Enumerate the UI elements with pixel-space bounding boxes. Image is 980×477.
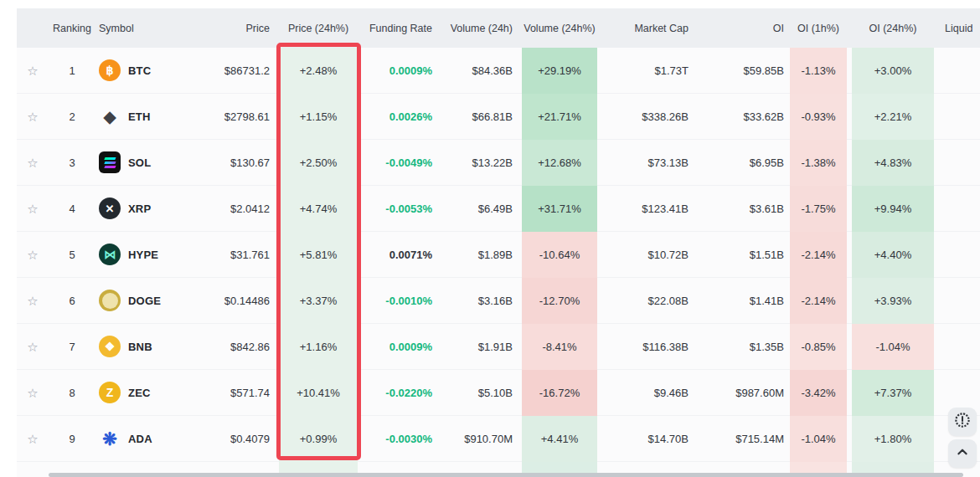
table-row[interactable]: ☆ 2 ◆ETH $2798.61 +1.15% 0.0026% $66.81B… [17, 94, 980, 140]
header-ranking[interactable]: Ranking [49, 8, 95, 48]
oi-1h-cell: -2.14% [787, 232, 849, 277]
price-cell: $2798.61 [216, 94, 276, 139]
star-icon[interactable]: ☆ [27, 110, 38, 123]
oi-cell: $33.62B [695, 94, 787, 139]
star-icon[interactable]: ☆ [27, 64, 38, 77]
ranking-cell: 4 [49, 186, 95, 231]
oi-24h-cell: -1.04% [849, 324, 936, 369]
favorite-cell: ☆ [17, 94, 49, 139]
btc-icon: ฿ [99, 59, 121, 81]
star-icon[interactable]: ☆ [27, 203, 38, 215]
liquidation-cell [936, 48, 980, 93]
oi-cell: $1.51B [695, 232, 787, 277]
header-oi-24h[interactable]: OI (24h%) [849, 8, 936, 48]
sol-icon [99, 151, 121, 173]
header-symbol[interactable]: Symbol [95, 8, 216, 48]
symbol-cell: ◆ETH [95, 94, 216, 139]
header-volume-24h-pct[interactable]: Volume (24h%) [519, 8, 600, 48]
volume-24h-pct-cell: +29.19% [519, 48, 600, 93]
table-row[interactable]: ☆ 7 ❖BNB $842.86 +1.16% 0.0009% $1.91B -… [17, 324, 980, 370]
symbol-cell: ZZEC [95, 370, 216, 415]
star-icon[interactable]: ☆ [27, 295, 38, 307]
price-cell: $86731.2 [216, 48, 276, 93]
header-funding-rate[interactable]: Funding Rate [360, 8, 436, 48]
liquidation-cell [936, 94, 980, 139]
star-icon[interactable]: ☆ [27, 156, 38, 169]
price-cell: $130.67 [216, 140, 276, 185]
oi-1h-cell: -0.93% [787, 94, 849, 139]
horizontal-scrollbar-thumb[interactable] [49, 473, 963, 477]
star-icon[interactable]: ☆ [27, 387, 38, 399]
market-cap-cell: $123.41B [600, 186, 695, 231]
header-price[interactable]: Price [216, 8, 276, 48]
volume-24h-pct-cell: +31.71% [519, 186, 600, 231]
table-row[interactable]: ☆ 5 ⋈HYPE $31.761 +5.81% 0.0071% $1.89B … [17, 232, 980, 278]
table-header-row: Ranking Symbol Price Price (24h%) Fundin… [17, 8, 980, 48]
price-24h-cell: +1.16% [276, 324, 360, 369]
table-row[interactable]: ☆ 8 ZZEC $571.74 +10.41% -0.0220% $5.10B… [17, 370, 980, 416]
star-icon[interactable]: ☆ [27, 249, 38, 261]
volume-24h-pct-cell: -12.70% [519, 278, 600, 323]
market-cap-cell: $338.26B [600, 94, 695, 139]
symbol-cell: DOGE [95, 278, 216, 323]
table-row[interactable]: ☆ 6 DOGE $0.14486 +3.37% -0.0010% $3.16B… [17, 278, 980, 324]
funding-rate-cell: 0.0009% [360, 48, 436, 93]
volume-24h-cell: $3.16B [436, 278, 519, 323]
price-24h-cell: +0.99% [276, 416, 360, 461]
oi-1h-cell: -1.13% [787, 48, 849, 93]
oi-cell: $1.41B [695, 278, 787, 323]
price-cell: $0.14486 [216, 278, 276, 323]
symbol-label: ADA [128, 433, 152, 445]
oi-24h-cell: +7.37% [849, 370, 936, 415]
zec-icon: Z [99, 382, 121, 403]
liquidation-cell [936, 232, 980, 277]
star-icon[interactable]: ☆ [27, 433, 38, 445]
symbol-cell: ❋ADA [95, 416, 216, 461]
ranking-cell: 7 [49, 324, 95, 369]
header-market-cap[interactable]: Market Cap [600, 8, 695, 48]
favorite-cell: ☆ [17, 278, 49, 323]
symbol-label: BTC [128, 64, 151, 77]
volume-24h-cell: $13.22B [436, 140, 519, 185]
table-body: ☆ 1 ฿BTC $86731.2 +2.48% 0.0009% $84.36B… [17, 48, 980, 477]
volume-24h-cell: $66.81B [436, 94, 519, 139]
symbol-label: BNB [128, 341, 152, 353]
favorite-cell: ☆ [17, 140, 49, 185]
volume-24h-cell: $910.70M [436, 416, 519, 461]
liquidation-cell [936, 140, 980, 185]
ranking-cell: 9 [49, 416, 95, 461]
volume-24h-pct-cell: +4.41% [519, 416, 600, 461]
oi-1h-cell: -3.42% [787, 370, 849, 415]
alert-badge-icon [953, 411, 972, 433]
funding-rate-cell: -0.0049% [360, 140, 436, 185]
ranking-cell: 1 [49, 48, 95, 93]
alert-badge-button[interactable] [948, 408, 977, 436]
header-oi[interactable]: OI [695, 8, 787, 48]
table-row[interactable]: ☆ 1 ฿BTC $86731.2 +2.48% 0.0009% $84.36B… [17, 48, 980, 94]
symbol-cell: SOL [95, 140, 216, 185]
favorite-cell: ☆ [17, 416, 49, 461]
market-cap-cell: $9.46B [600, 370, 695, 415]
ranking-cell: 8 [49, 370, 95, 415]
oi-24h-cell: +4.83% [849, 140, 936, 185]
ada-icon: ❋ [99, 428, 121, 449]
collapse-button[interactable] [948, 439, 977, 468]
market-cap-cell: $1.73T [600, 48, 695, 93]
favorite-cell: ☆ [17, 370, 49, 415]
table-row[interactable]: ☆ 4 ✕XRP $2.0412 +4.74% -0.0053% $6.49B … [17, 186, 980, 232]
volume-24h-cell: $6.49B [436, 186, 519, 231]
table-row[interactable]: ☆ 9 ❋ADA $0.4079 +0.99% -0.0030% $910.70… [17, 416, 980, 462]
favorite-cell: ☆ [17, 324, 49, 369]
header-oi-1h[interactable]: OI (1h%) [787, 8, 849, 48]
price-cell: $31.761 [216, 232, 276, 277]
ranking-cell: 2 [49, 94, 95, 139]
symbol-label: SOL [128, 156, 151, 169]
header-volume-24h[interactable]: Volume (24h) [436, 8, 519, 48]
header-liquidation[interactable]: Liquid [936, 8, 980, 48]
header-price-24h[interactable]: Price (24h%) [276, 8, 360, 48]
crypto-futures-table: Ranking Symbol Price Price (24h%) Fundin… [17, 8, 980, 477]
symbol-cell: ❖BNB [95, 324, 216, 369]
table-row[interactable]: ☆ 3 SOL $130.67 +2.50% -0.0049% $13.22B … [17, 140, 980, 186]
star-icon[interactable]: ☆ [27, 341, 38, 353]
funding-rate-cell: 0.0009% [360, 324, 436, 369]
